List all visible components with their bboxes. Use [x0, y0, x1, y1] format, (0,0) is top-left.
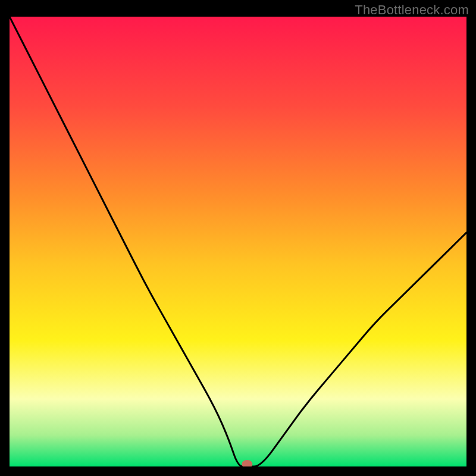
chart-frame: TheBottleneck.com: [0, 0, 476, 476]
bottleneck-curve-chart: [10, 17, 466, 466]
plot-area: [10, 17, 466, 466]
watermark-label: TheBottleneck.com: [355, 2, 469, 18]
gradient-background: [10, 17, 466, 466]
